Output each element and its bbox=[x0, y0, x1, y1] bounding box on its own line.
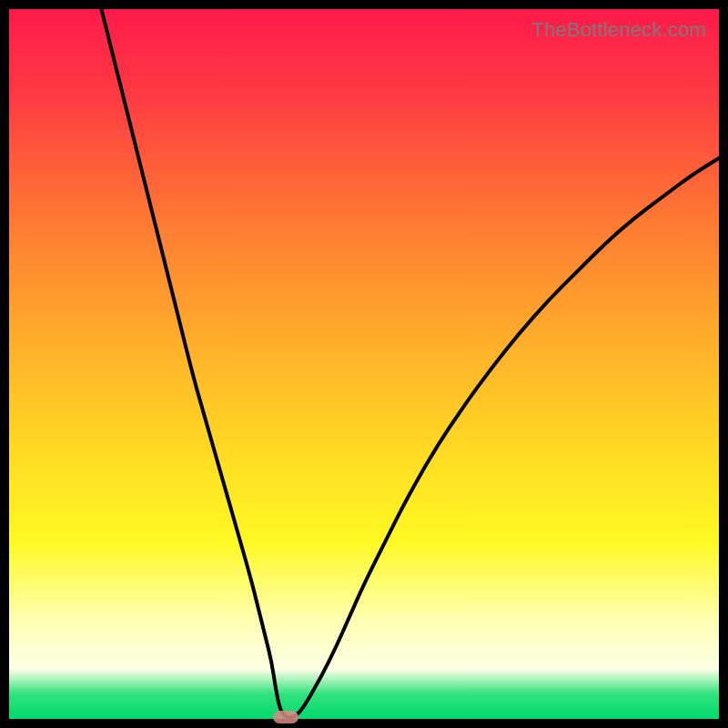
bottleneck-chart bbox=[9, 9, 719, 719]
optimal-marker bbox=[273, 711, 298, 723]
chart-frame: TheBottleneck.com bbox=[9, 9, 719, 719]
watermark-text: TheBottleneck.com bbox=[531, 18, 706, 42]
gradient-background bbox=[9, 9, 719, 719]
